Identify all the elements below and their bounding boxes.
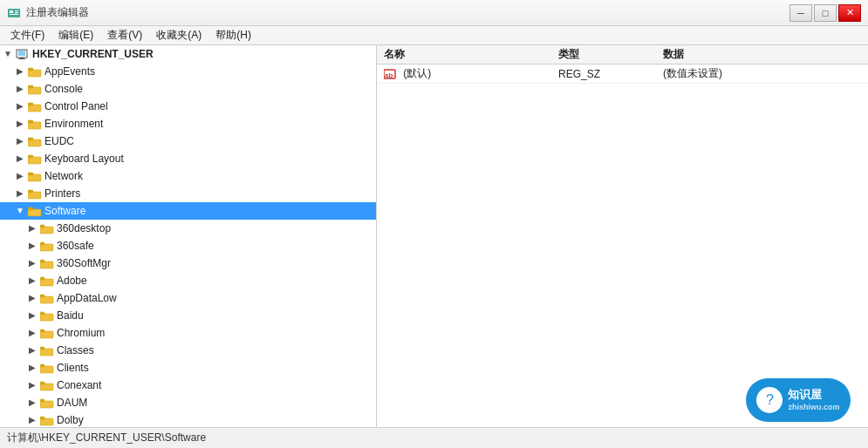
tree-scroll[interactable]: ▼ HKEY_CURRENT_USER ▶ AppEvents▶ Console…: [0, 45, 376, 427]
tree-item-360safe[interactable]: ▶ 360safe: [0, 237, 376, 255]
menu-favorites[interactable]: 收藏夹(A): [149, 26, 208, 44]
tree-item-label: Environment: [44, 118, 103, 130]
expand-icon[interactable]: ▶: [26, 397, 38, 409]
right-panel: 名称 类型 数据 ab (默认) REG_SZ (数值未设置): [377, 45, 868, 427]
tree-item-label: Control Panel: [44, 100, 108, 112]
close-button[interactable]: ✕: [838, 4, 861, 22]
svg-rect-24: [28, 190, 33, 193]
tree-item-label: Adobe: [57, 275, 87, 287]
tree-item-environment[interactable]: ▶ Environment: [0, 115, 376, 132]
expand-icon-root[interactable]: ▼: [2, 48, 14, 60]
expand-icon[interactable]: ▶: [14, 65, 26, 78]
folder-icon: [28, 100, 42, 112]
tree-item-appevents[interactable]: ▶ AppEvents: [0, 63, 376, 80]
tree-item-label: Dolby: [57, 414, 84, 426]
folder-icon: [28, 83, 42, 95]
expand-icon[interactable]: ▶: [14, 153, 26, 165]
menu-edit[interactable]: 编辑(E): [51, 26, 100, 44]
folder-icon: [40, 240, 54, 252]
tree-item-software[interactable]: ▼ Software: [0, 202, 376, 220]
tree-item-eudc[interactable]: ▶ EUDC: [0, 132, 376, 150]
svg-rect-7: [20, 58, 24, 58]
right-header: 名称 类型 数据: [377, 45, 868, 64]
maximize-button[interactable]: □: [814, 4, 837, 22]
expand-icon[interactable]: ▶: [26, 257, 38, 269]
tree-item-root[interactable]: ▼ HKEY_CURRENT_USER: [0, 45, 376, 63]
tree-item-conexant[interactable]: ▶ Conexant: [0, 377, 376, 394]
expand-icon[interactable]: ▶: [14, 100, 26, 112]
col-data: 数据: [656, 44, 868, 64]
expand-icon[interactable]: ▼: [14, 205, 26, 217]
menu-view[interactable]: 查看(V): [100, 26, 149, 44]
tree-item-label: Software: [44, 205, 85, 217]
tree-item-label: Conexant: [57, 379, 101, 391]
menu-help[interactable]: 帮助(H): [208, 26, 258, 44]
tree-item-console[interactable]: ▶ Console: [0, 80, 376, 98]
svg-rect-3: [15, 12, 18, 13]
tree-item-baidu[interactable]: ▶ Baidu: [0, 307, 376, 324]
expand-icon[interactable]: ▶: [26, 240, 38, 252]
tree-item-label: AppDataLow: [57, 292, 117, 304]
folder-icon: [28, 118, 42, 130]
right-row-default[interactable]: ab (默认) REG_SZ (数值未设置): [377, 64, 868, 84]
tree-item-label: Console: [44, 83, 83, 95]
app-icon: [7, 6, 21, 20]
expand-icon[interactable]: ▶: [26, 327, 38, 339]
expand-icon[interactable]: ▶: [14, 135, 26, 147]
tree-item-chromium[interactable]: ▶ Chromium: [0, 324, 376, 342]
menu-file[interactable]: 文件(F): [3, 26, 51, 44]
svg-rect-50: [40, 417, 44, 419]
watermark-icon: ?: [756, 387, 783, 413]
expand-icon[interactable]: ▶: [26, 275, 38, 287]
expand-icon[interactable]: ▶: [26, 414, 38, 426]
tree-item-dolby[interactable]: ▶ Dolby: [0, 411, 376, 427]
tree-item-daum[interactable]: ▶ DAUM: [0, 394, 376, 411]
tree-item-360desktop[interactable]: ▶ 360desktop: [0, 220, 376, 237]
tree-item-label: Classes: [57, 344, 94, 356]
expand-icon[interactable]: ▶: [14, 187, 26, 200]
svg-rect-18: [28, 138, 33, 140]
expand-icon[interactable]: ▶: [26, 344, 38, 356]
watermark-site: 知识屋: [788, 388, 839, 403]
tree-items-container: ▶ AppEvents▶ Console▶ Control Panel▶ Env…: [0, 63, 376, 427]
tree-item-label: Baidu: [57, 309, 84, 322]
tree-item-printers[interactable]: ▶ Printers: [0, 185, 376, 202]
tree-item-360softmgr[interactable]: ▶ 360SoftMgr: [0, 255, 376, 272]
col-type: 类型: [551, 44, 656, 64]
svg-rect-32: [40, 260, 44, 262]
watermark-url: zhishiwu.com: [788, 403, 839, 413]
tree-item-label: Printers: [44, 187, 80, 200]
svg-rect-40: [40, 329, 44, 332]
tree-item-clients[interactable]: ▶ Clients: [0, 359, 376, 377]
window-controls: ─ □ ✕: [789, 4, 861, 22]
svg-rect-30: [40, 242, 44, 245]
tree-item-classes[interactable]: ▶ Classes: [0, 342, 376, 359]
expand-icon[interactable]: ▶: [14, 83, 26, 95]
tree-item-label: AppEvents: [44, 65, 95, 78]
folder-icon: [40, 275, 54, 287]
tree-item-keyboard-layout[interactable]: ▶ Keyboard Layout: [0, 150, 376, 167]
minimize-button[interactable]: ─: [789, 4, 812, 22]
expand-icon[interactable]: ▶: [26, 379, 38, 391]
tree-item-network[interactable]: ▶ Network: [0, 167, 376, 185]
folder-icon: [28, 170, 42, 182]
tree-item-adobe[interactable]: ▶ Adobe: [0, 272, 376, 289]
expand-icon[interactable]: ▶: [14, 118, 26, 130]
expand-icon[interactable]: ▶: [14, 170, 26, 182]
folder-icon: [40, 397, 54, 409]
tree-item-control-panel[interactable]: ▶ Control Panel: [0, 98, 376, 115]
tree-item-appdatalow[interactable]: ▶ AppDataLow: [0, 289, 376, 307]
svg-rect-6: [18, 51, 25, 56]
expand-icon[interactable]: ▶: [26, 309, 38, 322]
watermark-text: 知识屋 zhishiwu.com: [788, 388, 839, 413]
expand-icon[interactable]: ▶: [26, 222, 38, 234]
cell-name-default: ab (默认): [377, 64, 551, 83]
main-area: ▼ HKEY_CURRENT_USER ▶ AppEvents▶ Console…: [0, 45, 868, 427]
svg-rect-10: [28, 68, 33, 71]
svg-rect-28: [40, 225, 44, 227]
expand-icon[interactable]: ▶: [26, 362, 38, 374]
value-name-default: (默认): [403, 67, 431, 79]
expand-icon[interactable]: ▶: [26, 292, 38, 304]
folder-icon: [40, 222, 54, 234]
svg-rect-46: [40, 382, 44, 384]
